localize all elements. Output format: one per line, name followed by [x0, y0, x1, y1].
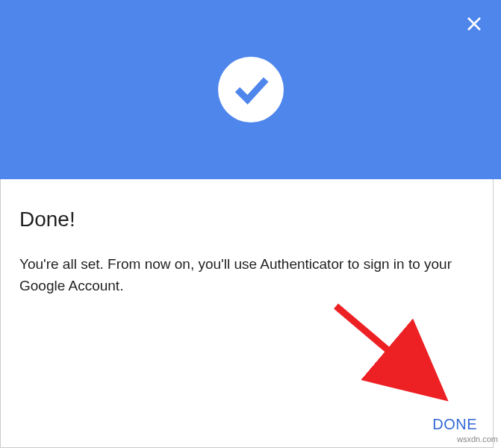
success-badge: [218, 57, 284, 122]
dialog-footer: DONE: [432, 416, 477, 433]
done-button[interactable]: DONE: [432, 416, 477, 433]
close-button[interactable]: [464, 13, 485, 34]
close-icon: [465, 15, 483, 33]
checkmark-icon: [231, 69, 271, 110]
svg-line-3: [336, 306, 433, 388]
dialog-title: Done!: [19, 208, 482, 231]
dialog-description: You're all set. From now on, you'll use …: [19, 254, 482, 296]
watermark: wsxdn.com: [457, 435, 498, 444]
dialog-header: [0, 0, 501, 179]
annotation-arrow: [329, 299, 463, 418]
dialog-content: Done! You're all set. From now on, you'l…: [0, 179, 501, 296]
